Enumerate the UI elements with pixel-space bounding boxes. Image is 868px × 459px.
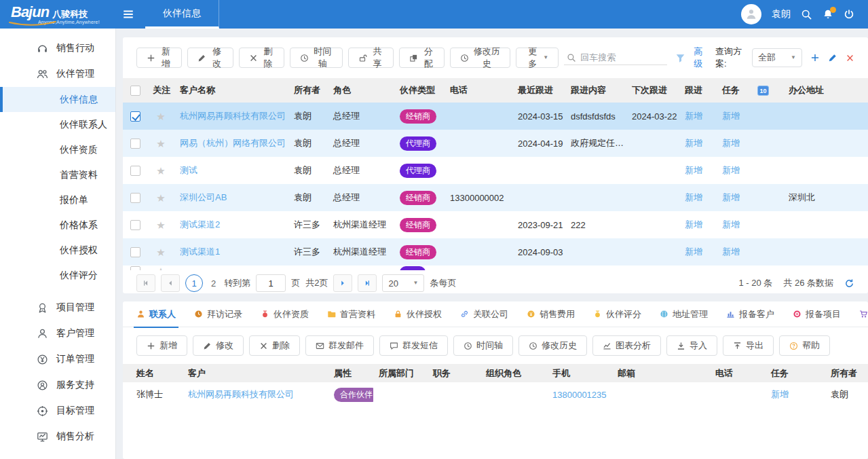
star-icon[interactable]: ★ <box>156 220 165 230</box>
row-checkbox[interactable] <box>130 139 140 149</box>
row-checkbox[interactable] <box>130 247 140 257</box>
star-icon[interactable]: ★ <box>156 111 165 122</box>
bulk-email-button[interactable]: 群发邮件 <box>305 335 374 356</box>
star-icon[interactable]: ★ <box>156 193 165 203</box>
delete-contact-button[interactable]: 删除 <box>249 335 300 356</box>
sidebar-item-target-management[interactable]: 目标管理 <box>0 398 115 424</box>
sidebar-item-price-system[interactable]: 价格体系 <box>0 213 115 238</box>
sidebar-item-partner-contacts[interactable]: 伙伴联系人 <box>0 112 115 137</box>
timeline-button[interactable]: 时间轴 <box>453 335 513 356</box>
page-size-select[interactable]: 20 ▼ <box>382 274 424 292</box>
chart-analysis-button[interactable]: 图表分析 <box>592 335 661 356</box>
customer-link[interactable]: 杭州网易再顾科技有限公司 <box>188 389 294 399</box>
edit-scheme-icon[interactable] <box>828 53 837 62</box>
edit-button[interactable]: 修改 <box>187 48 233 68</box>
task-link[interactable]: 新增 <box>722 219 740 230</box>
mobile-link[interactable]: 13800001235 <box>552 390 607 400</box>
customer-link[interactable]: 深圳公司AB <box>180 192 227 202</box>
tab-related-companies[interactable]: 关联公司 <box>460 301 508 327</box>
table-row[interactable]: ★杭州网易再顾科技有限公司袁朗总经理经销商2024-03-15dsfdsfdsf… <box>123 103 868 130</box>
advanced-search-link[interactable]: 高级 <box>694 45 707 70</box>
bulk-sms-button[interactable]: 群发短信 <box>379 335 448 356</box>
add-scheme-icon[interactable] <box>810 53 820 62</box>
table-row[interactable]: ★测试渠道2许三多杭州渠道经理经销商2023-09-21222新增新增 <box>123 211 868 238</box>
follow-link[interactable]: 新增 <box>685 111 702 121</box>
tab-partner-qualification[interactable]: 伙伴资质 <box>261 301 309 327</box>
follow-link[interactable]: 新增 <box>685 219 702 230</box>
sidebar-item-service-support[interactable]: 服务支持 <box>0 372 115 398</box>
more-button[interactable]: 更多▼ <box>516 48 559 68</box>
tab-visit-records[interactable]: 拜访记录 <box>194 301 242 327</box>
table-row[interactable]: ★测试渠道1许三多杭州渠道经理经销商2024-09-03新增新增 <box>123 238 868 265</box>
avatar[interactable] <box>741 4 761 24</box>
page-number-2[interactable]: 2 <box>208 278 219 289</box>
first-page-button[interactable] <box>136 274 155 292</box>
filter-funnel-icon[interactable] <box>675 53 685 63</box>
star-icon[interactable]: ★ <box>156 266 165 270</box>
row-checkbox[interactable] <box>130 166 140 176</box>
task-link[interactable]: 新增 <box>722 165 740 175</box>
hamburger-menu-icon[interactable] <box>122 8 134 20</box>
username[interactable]: 袁朗 <box>772 8 791 20</box>
help-button[interactable]: 帮助 <box>779 335 830 356</box>
star-icon[interactable]: ★ <box>156 166 165 176</box>
sidebar-item-initial-docs[interactable]: 首营资料 <box>0 162 115 187</box>
assign-button[interactable]: 分配 <box>399 48 445 68</box>
task-link[interactable]: 新增 <box>722 138 740 148</box>
sidebar-item-project-management[interactable]: 项目管理 <box>0 295 115 320</box>
calendar-count-icon[interactable]: 10 <box>757 86 769 96</box>
tab-sales-expense[interactable]: 销售费用 <box>527 301 575 327</box>
refresh-icon[interactable] <box>844 278 854 289</box>
sidebar-item-order-management[interactable]: 订单管理 <box>0 346 115 372</box>
task-link[interactable]: 新增 <box>722 111 740 121</box>
sidebar-item-partner-score[interactable]: 伙伴评分 <box>0 263 115 288</box>
timeline-button[interactable]: 时间轴 <box>290 48 343 68</box>
row-checkbox[interactable] <box>130 111 140 122</box>
table-row[interactable]: ★网易（杭州）网络有限公司袁朗总经理代理商2024-04-19政府规定任何…新增… <box>123 130 868 157</box>
star-icon[interactable]: ★ <box>156 247 165 257</box>
sidebar-item-sales-actions[interactable]: 销售行动 <box>0 35 115 61</box>
customer-link[interactable]: 网易（杭州）网络有限公司 <box>180 138 286 148</box>
tab-partner-orders[interactable]: 伙伴报单 <box>859 301 868 327</box>
table-row[interactable]: ★测试袁朗总经理代理商新增新增 <box>123 157 868 184</box>
customer-link[interactable]: 测试 <box>180 165 197 175</box>
edit-history-button[interactable]: 修改历史 <box>518 335 587 356</box>
export-button[interactable]: 导出 <box>723 335 774 356</box>
follow-link[interactable]: 新增 <box>685 192 702 202</box>
edit-contact-button[interactable]: 修改 <box>193 335 244 356</box>
customer-link[interactable]: 测试渠道1 <box>180 246 220 257</box>
tab-initial-docs[interactable]: 首营资料 <box>327 301 375 327</box>
prev-page-button[interactable] <box>161 274 180 292</box>
tab-partner-info[interactable]: 伙伴信息 <box>145 0 219 29</box>
global-search-icon[interactable] <box>801 9 812 20</box>
task-link[interactable]: 新增 <box>771 389 789 399</box>
import-button[interactable]: 导入 <box>666 335 717 356</box>
share-button[interactable]: 共享 <box>348 48 394 68</box>
tab-partner-authorization[interactable]: 伙伴授权 <box>394 301 442 327</box>
table-row[interactable]: 张博士杭州网易再顾科技有限公司合作伙伴13800001235新增袁朗 <box>123 382 868 407</box>
row-checkbox[interactable] <box>130 266 140 270</box>
tab-reported-projects[interactable]: 报备项目 <box>793 301 841 327</box>
sidebar-item-sales-analytics[interactable]: 销售分析 <box>0 424 115 449</box>
query-scheme-select[interactable]: 全部 ▼ <box>752 48 802 67</box>
task-link[interactable]: 新增 <box>722 192 740 202</box>
notifications-bell[interactable] <box>823 9 833 20</box>
search-input[interactable] <box>580 52 664 62</box>
page-number-1[interactable]: 1 <box>185 274 203 292</box>
next-page-button[interactable] <box>333 274 352 292</box>
task-link[interactable]: 新增 <box>722 246 740 257</box>
table-row[interactable]: ★ <box>123 265 868 270</box>
star-icon[interactable]: ★ <box>156 139 165 149</box>
tab-partner-score[interactable]: 伙伴评分 <box>593 301 641 327</box>
sidebar-item-partner-info[interactable]: 伙伴信息 <box>0 87 115 112</box>
tab-address-management[interactable]: 地址管理 <box>660 301 708 327</box>
sidebar-item-partner-qualification[interactable]: 伙伴资质 <box>0 137 115 162</box>
add-button[interactable]: 新增 <box>136 48 182 68</box>
follow-link[interactable]: 新增 <box>685 138 702 148</box>
sidebar-item-customer-management[interactable]: 客户管理 <box>0 320 115 346</box>
row-checkbox[interactable] <box>130 220 140 230</box>
select-all-checkbox[interactable] <box>130 86 140 96</box>
customer-link[interactable]: 测试渠道2 <box>180 219 220 230</box>
edit-history-button[interactable]: 修改历史 <box>450 48 510 68</box>
delete-scheme-icon[interactable] <box>846 54 854 62</box>
